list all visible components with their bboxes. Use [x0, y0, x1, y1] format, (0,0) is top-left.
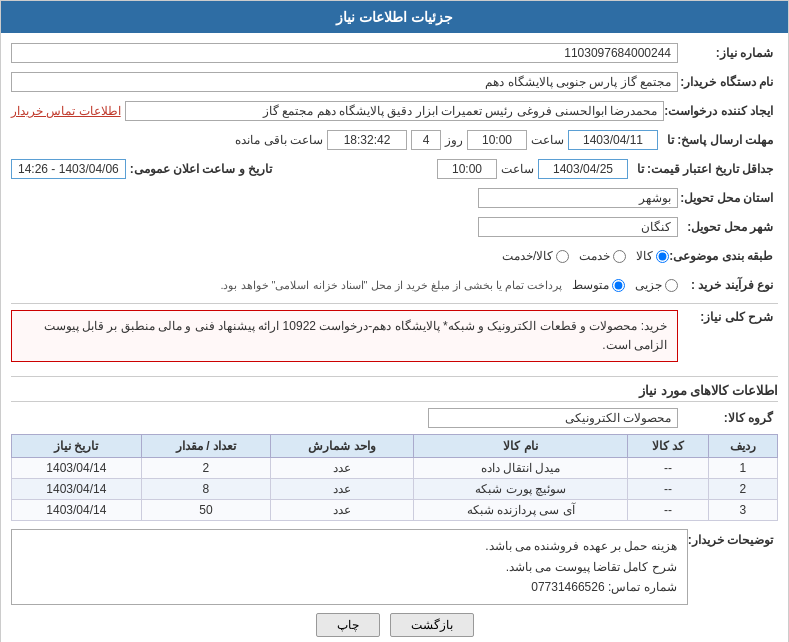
- cell-tedad: 2: [141, 458, 271, 479]
- tabaqe-khedmat-item[interactable]: خدمت: [579, 249, 626, 263]
- button-row: بازگشت چاپ: [11, 613, 778, 637]
- noe-motavaset-radio[interactable]: [612, 279, 625, 292]
- ijad-konande-label: ایجاد کننده درخواست:: [664, 104, 778, 118]
- cell-kod: --: [628, 458, 708, 479]
- tabaqe-khedmat-label: خدمت: [579, 249, 610, 263]
- tabaqe-kala-khedmat-label: کالا/خدمت: [502, 249, 553, 263]
- divider-2: [11, 376, 778, 377]
- print-button[interactable]: چاپ: [316, 613, 380, 637]
- cell-vahed: عدد: [271, 458, 414, 479]
- farayand-note: پرداخت تمام یا بخشی از مبلغ خرید از محل …: [220, 279, 562, 292]
- tabaqe-kala-label: کالا: [636, 249, 653, 263]
- shomare-niaz-value: 1103097684000244: [11, 43, 678, 63]
- cell-vahed: عدد: [271, 500, 414, 521]
- shahr-value: کنگان: [478, 217, 678, 237]
- ostan-label: استان محل تحویل:: [678, 191, 778, 205]
- col-tedad: تعداد / مقدار: [141, 435, 271, 458]
- noe-jozi-radio[interactable]: [665, 279, 678, 292]
- cell-vahed: عدد: [271, 479, 414, 500]
- noe-motavaset-label: متوسط: [572, 278, 609, 292]
- tabaqe-label: طبقه بندی موضوعی:: [669, 249, 778, 263]
- jadval-saat-label: ساعت: [501, 162, 534, 176]
- ijad-konande-value: محمدرضا ابوالحسنی فروغی رئیس تعمیرات ابز…: [125, 101, 665, 121]
- tabaqe-kala-item[interactable]: کالا: [636, 249, 669, 263]
- sharh-value: خرید: محصولات و قطعات الکترونیک و شبکه* …: [11, 310, 678, 362]
- tarikh-saat-value: 1403/04/06 - 14:26: [11, 159, 126, 179]
- table-row: 1 -- میدل انتقال داده عدد 2 1403/04/14: [12, 458, 778, 479]
- remaining-label: ساعت باقی مانده: [235, 133, 323, 147]
- cell-name: میدل انتقال داده: [413, 458, 628, 479]
- cell-name: سوئیچ پورت شبکه: [413, 479, 628, 500]
- shomare-niaz-label: شماره نیاز:: [678, 46, 778, 60]
- tabaqe-radio-group: کالا خدمت کالا/خدمت: [502, 249, 669, 263]
- group-kala-value: محصولات الکترونیکی: [428, 408, 678, 428]
- mohlat-date: 1403/04/11: [568, 130, 658, 150]
- divider-1: [11, 303, 778, 304]
- mohlat-day: 4: [411, 130, 441, 150]
- col-vahed: واحد شمارش: [271, 435, 414, 458]
- noe-jozi-label: جزیی: [635, 278, 662, 292]
- ostan-value: بوشهر: [478, 188, 678, 208]
- kala-info-title: اطلاعات کالاهای مورد نیاز: [11, 383, 778, 402]
- jadval-label: جداقل تاریخ اعتبار قیمت: تا: [628, 162, 778, 176]
- noe-farayand-radio-group: جزیی متوسط: [572, 278, 678, 292]
- tarikh-saat-label: تاریخ و ساعت اعلان عمومی:: [130, 162, 277, 176]
- table-row: 2 -- سوئیچ پورت شبکه عدد 8 1403/04/14: [12, 479, 778, 500]
- noe-motavaset-item[interactable]: متوسط: [572, 278, 625, 292]
- cell-tarikh: 1403/04/14: [12, 458, 142, 479]
- cell-radif: 3: [708, 500, 777, 521]
- tabaqe-kala-radio[interactable]: [656, 250, 669, 263]
- col-name: نام کالا: [413, 435, 628, 458]
- roz-label: روز: [445, 133, 463, 147]
- col-kod: کد کالا: [628, 435, 708, 458]
- shahr-label: شهر محل تحویل:: [678, 220, 778, 234]
- col-radif: ردیف: [708, 435, 777, 458]
- cell-kod: --: [628, 500, 708, 521]
- cell-name: آی سی پردازنده شبکه: [413, 500, 628, 521]
- cell-radif: 1: [708, 458, 777, 479]
- desc-label: توضیحات خریدار:: [688, 529, 778, 547]
- noe-jozi-item[interactable]: جزیی: [635, 278, 678, 292]
- page-title: جزئیات اطلاعات نیاز: [336, 9, 453, 25]
- saat-label: ساعت: [531, 133, 564, 147]
- cell-tedad: 50: [141, 500, 271, 521]
- page-header: جزئیات اطلاعات نیاز: [1, 1, 788, 33]
- tabaqe-kala-khedmat-radio[interactable]: [556, 250, 569, 263]
- cell-tedad: 8: [141, 479, 271, 500]
- nam-dastgah-label: نام دستگاه خریدار:: [678, 75, 778, 89]
- sharh-label: شرح کلی نیاز:: [678, 310, 778, 324]
- group-kala-label: گروه کالا:: [678, 411, 778, 425]
- cell-kod: --: [628, 479, 708, 500]
- noe-farayand-label: نوع فرآیند خرید :: [678, 278, 778, 292]
- desc-box: هزینه حمل بر عهده فروشنده می باشد.شرح کا…: [11, 529, 688, 604]
- tabaqe-kala-khedmat-item[interactable]: کالا/خدمت: [502, 249, 569, 263]
- mohlat-remaining: 18:32:42: [327, 130, 407, 150]
- cell-tarikh: 1403/04/14: [12, 500, 142, 521]
- mohlat-time: 10:00: [467, 130, 527, 150]
- contact-info-link[interactable]: اطلاعات تماس خریدار: [11, 104, 121, 118]
- jadval-date: 1403/04/25: [538, 159, 628, 179]
- col-tarikh: تاریخ نیاز: [12, 435, 142, 458]
- cell-radif: 2: [708, 479, 777, 500]
- nam-dastgah-value: مجتمع گاز پارس جنوبی پالایشگاه دهم: [11, 72, 678, 92]
- mohlat-label: مهلت ارسال پاسخ: تا: [658, 133, 778, 147]
- jadval-time: 10:00: [437, 159, 497, 179]
- back-button[interactable]: بازگشت: [390, 613, 474, 637]
- tabaqe-khedmat-radio[interactable]: [613, 250, 626, 263]
- table-row: 3 -- آی سی پردازنده شبکه عدد 50 1403/04/…: [12, 500, 778, 521]
- kala-table: ردیف کد کالا نام کالا واحد شمارش تعداد /…: [11, 434, 778, 521]
- cell-tarikh: 1403/04/14: [12, 479, 142, 500]
